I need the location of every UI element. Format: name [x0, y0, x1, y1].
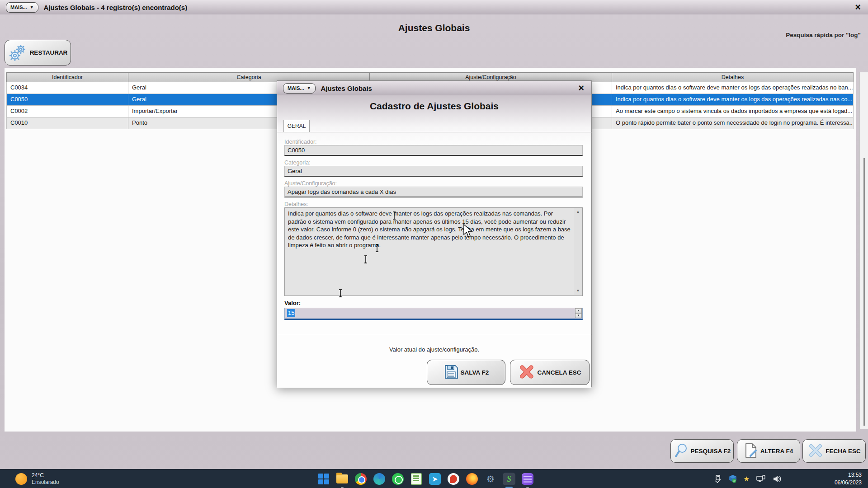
weather-temp: 24°C: [32, 472, 59, 479]
start-button[interactable]: [317, 473, 330, 485]
taskbar-item-whatsapp[interactable]: [392, 473, 404, 485]
share-app-icon: ➤: [429, 473, 441, 485]
taskbar-item-media-app[interactable]: [521, 473, 534, 485]
app-screen: MAIS... ▼ Ajustes Globais - 4 registro(s…: [0, 0, 868, 488]
altera-button[interactable]: ALTERA F4: [737, 439, 800, 463]
ajuste-label: Ajuste/Configuração:: [284, 180, 337, 187]
clock-time: 13:53: [835, 471, 862, 479]
categoria-field[interactable]: Geral: [284, 166, 583, 177]
chevron-down-icon: ▼: [307, 86, 311, 90]
valor-label: Valor:: [284, 300, 301, 306]
column-header-detalhes[interactable]: Detalhes: [612, 73, 853, 82]
close-x-icon: [807, 442, 824, 460]
cadastro-dialog: MAIS... ▼ Ajustes Globais × Cadastro de …: [277, 80, 592, 387]
notes-app-icon: [411, 473, 422, 485]
file-explorer-icon: [336, 474, 348, 483]
media-app-icon: [522, 473, 533, 485]
taskbar-item-firebird[interactable]: [447, 473, 460, 485]
dialog-title: Ajustes Globais: [321, 84, 372, 92]
cancela-label: CANCELA ESC: [537, 369, 581, 376]
detalhes-text: Indica por quantos dias o software deve …: [288, 210, 571, 249]
main-titlebar: MAIS... ▼ Ajustes Globais - 4 registro(s…: [0, 0, 868, 14]
detalhes-textarea[interactable]: Indica por quantos dias o software deve …: [284, 207, 583, 296]
taskbar-item-settings-app[interactable]: ⚙: [484, 473, 497, 485]
categoria-label: Categoria:: [284, 160, 311, 166]
edit-document-icon: [744, 442, 759, 460]
dialog-titlebar: MAIS... ▼ Ajustes Globais ×: [277, 81, 591, 95]
network-icon[interactable]: [756, 474, 766, 483]
taskbar-weather-widget[interactable]: 24°C Ensolarado: [15, 472, 59, 486]
valor-spinner: ▲ ▼: [575, 308, 582, 318]
tab-geral[interactable]: GERAL: [283, 120, 310, 132]
firebird-icon: [448, 473, 459, 485]
cell-identificador: C0002: [7, 106, 128, 117]
taskbar-item-notes[interactable]: [410, 473, 423, 485]
volume-icon[interactable]: [772, 474, 782, 483]
valor-selected-text: 15: [287, 309, 295, 317]
dialog-separator: [277, 335, 592, 335]
window-title: Ajustes Globais - 4 registro(s) encontra…: [44, 4, 188, 11]
restaurar-label: RESTAURAR: [30, 49, 68, 56]
window-close-icon[interactable]: ×: [855, 1, 861, 13]
valor-hint: Valor atual do ajuste/configuração.: [277, 346, 591, 353]
gears-icon: [8, 43, 28, 63]
cell-identificador: C0050: [7, 94, 128, 105]
active-app-icon: S: [507, 474, 511, 484]
scroll-down-icon[interactable]: ▼: [574, 289, 582, 294]
cell-detalhes: O ponto rápido permite bater o ponto sem…: [612, 117, 853, 129]
sun-icon: [15, 473, 27, 485]
mais-menu-button[interactable]: MAIS... ▼: [6, 2, 38, 13]
dialog-close-icon[interactable]: ×: [578, 82, 584, 94]
firefox-icon: [466, 473, 478, 485]
mais-label: MAIS...: [10, 5, 27, 10]
dialog-mais-label: MAIS...: [288, 85, 304, 91]
dialog-body: Cadastro de Ajustes Globais GERAL Identi…: [277, 95, 591, 388]
identificador-field[interactable]: C0050: [284, 145, 583, 156]
salva-label: SALVA F2: [461, 369, 489, 376]
taskbar-item-active-app[interactable]: S: [503, 473, 515, 485]
cell-detalhes: Ao marcar este campo o sistema vincula o…: [612, 106, 853, 117]
usb-eject-icon[interactable]: [714, 474, 722, 483]
restaurar-button[interactable]: RESTAURAR: [5, 40, 71, 66]
spinner-up-icon[interactable]: ▲: [575, 308, 582, 313]
cell-detalhes: Indica por quantos dias o software deve …: [612, 82, 853, 94]
column-header-identificador[interactable]: Identificador: [7, 73, 128, 82]
ajuste-field[interactable]: Apagar logs das comandas a cada X dias: [284, 187, 583, 197]
search-icon: [674, 442, 689, 460]
dialog-mais-button[interactable]: MAIS... ▼: [283, 83, 316, 94]
pesquisa-label: PESQUISA F2: [691, 448, 731, 455]
weather-desc: Ensolarado: [32, 479, 59, 486]
taskbar-item-share-app[interactable]: ➤: [429, 473, 441, 485]
detalhes-scrollbar[interactable]: ▲ ▼: [574, 208, 582, 295]
cancel-x-icon: [518, 363, 535, 382]
windows-start-icon: [318, 474, 329, 484]
gear-icon: ⚙: [486, 474, 495, 484]
edge-icon: [373, 473, 385, 485]
taskbar-item-explorer[interactable]: [336, 473, 349, 485]
pesquisa-button[interactable]: PESQUISA F2: [670, 439, 734, 463]
spinner-down-icon[interactable]: ▼: [575, 313, 582, 318]
taskbar-clock[interactable]: 13:53 06/06/2023: [835, 471, 862, 487]
fecha-button[interactable]: FECHA ESC: [802, 439, 866, 463]
dialog-heading: Cadastro de Ajustes Globais: [277, 101, 591, 112]
taskbar-item-firefox[interactable]: [466, 473, 478, 485]
cancela-button[interactable]: CANCELA ESC: [510, 360, 590, 385]
security-cube-icon[interactable]: [728, 474, 737, 483]
valor-field[interactable]: 15 ▲ ▼: [284, 308, 583, 320]
detalhes-label: Detalhes:: [284, 201, 308, 207]
star-icon[interactable]: ★: [744, 475, 750, 483]
chrome-icon: [355, 473, 367, 485]
scroll-up-icon[interactable]: ▲: [574, 210, 582, 215]
clock-date: 06/06/2023: [835, 479, 862, 487]
cell-identificador: C0010: [7, 117, 128, 129]
cell-detalhes: Indica por quantos dias o software deve …: [612, 94, 853, 105]
taskbar-item-chrome[interactable]: [354, 473, 367, 485]
scrollbar-thumb[interactable]: [863, 158, 865, 426]
cell-identificador: C0034: [7, 82, 128, 94]
vertical-scrollbar[interactable]: [859, 72, 868, 429]
taskbar-item-edge[interactable]: [373, 473, 386, 485]
salva-button[interactable]: SALVA F2: [427, 360, 505, 385]
chevron-down-icon: ▼: [30, 5, 34, 9]
fecha-label: FECHA ESC: [826, 448, 861, 455]
quick-search-label: Pesquisa rápida por "log": [786, 32, 861, 38]
